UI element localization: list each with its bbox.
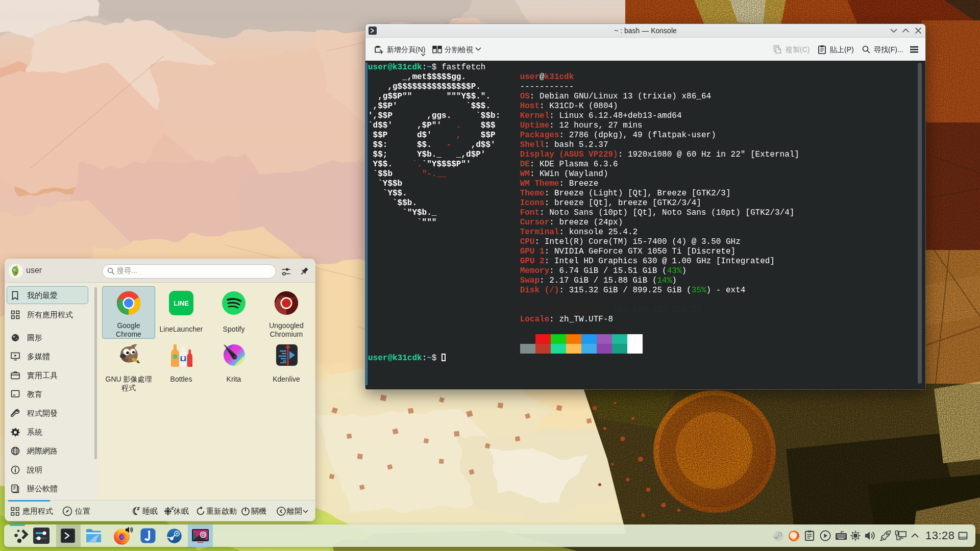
svg-text:LINE: LINE (174, 299, 189, 307)
